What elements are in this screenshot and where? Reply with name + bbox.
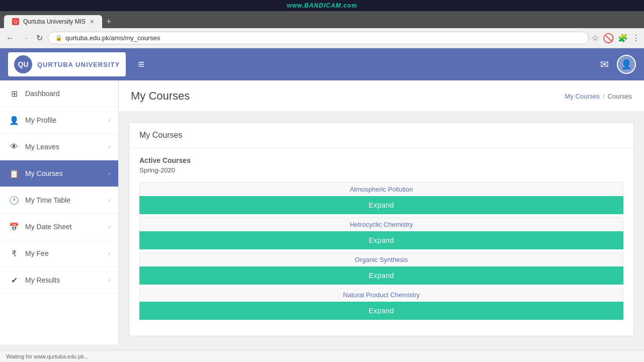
course-item-2: Organic Synthesis Expand xyxy=(139,252,623,285)
course-expand-btn-1[interactable]: Expand xyxy=(139,231,623,249)
course-name-3: Natural Product Chemistry xyxy=(139,288,623,302)
status-bar: Waiting for www.qurtuba.edu.pk... xyxy=(0,350,644,362)
sidebar-item-my-time-table[interactable]: 🕐 My Time Table › xyxy=(0,187,118,214)
sidebar-chevron-my-profile: › xyxy=(108,117,110,124)
top-navbar: QU QURTUBA UNIVERSITY ≡ ✉ 👤 xyxy=(0,48,644,80)
sidebar-label-my-leaves: My Leaves xyxy=(25,143,108,151)
back-button[interactable]: ← xyxy=(4,32,16,45)
app-container: QU QURTUBA UNIVERSITY ≡ ✉ 👤 ⊞ Dashboard … xyxy=(0,48,644,344)
lock-icon: 🔒 xyxy=(55,35,62,41)
sidebar-item-my-profile[interactable]: 👤 My Profile › xyxy=(0,107,118,134)
sidebar-icon-my-time-table: 🕐 xyxy=(8,194,20,206)
brand-initials: QU xyxy=(18,60,29,68)
breadcrumb: My Courses / Courses xyxy=(565,93,632,100)
sidebar-chevron-my-courses: › xyxy=(108,170,110,177)
bandicam-watermark: www.BANDICAM.com xyxy=(0,0,644,11)
bandicam-text: www.BANDICAM.com xyxy=(287,2,357,9)
sidebar-item-my-fee[interactable]: ₹ My Fee › xyxy=(0,240,118,267)
breadcrumb-current: Courses xyxy=(608,93,632,100)
sidebar-icon-my-courses: 📋 xyxy=(8,167,20,179)
sidebar-label-my-courses: My Courses xyxy=(25,169,108,177)
sidebar-item-dashboard[interactable]: ⊞ Dashboard xyxy=(0,80,118,107)
hamburger-button[interactable]: ≡ xyxy=(134,56,148,73)
mail-button[interactable]: ✉ xyxy=(600,58,609,70)
courses-card: My Courses Active Courses Spring-2020 At… xyxy=(129,122,634,336)
sidebar-chevron-my-fee: › xyxy=(108,250,110,257)
sidebar-icon-dashboard: ⊞ xyxy=(8,87,20,100)
sidebar-label-my-profile: My Profile xyxy=(25,116,108,124)
course-expand-btn-0[interactable]: Expand xyxy=(139,196,623,214)
sidebar-label-dashboard: Dashboard xyxy=(25,89,110,98)
course-expand-btn-3[interactable]: Expand xyxy=(139,302,623,320)
semester-label: Spring-2020 xyxy=(139,166,623,174)
profile-button[interactable]: 🚫 xyxy=(603,33,614,44)
courses-section: Active Courses Spring-2020 Atmospheric P… xyxy=(139,156,623,320)
forward-button[interactable]: → xyxy=(19,32,31,45)
active-courses-label: Active Courses xyxy=(139,156,623,164)
sidebar: ⊞ Dashboard 👤 My Profile › 👁 My Leaves ›… xyxy=(0,80,119,344)
sidebar-label-my-time-table: My Time Table xyxy=(25,196,108,204)
course-name-0: Atmospheric Pollution xyxy=(139,182,623,196)
menu-button[interactable]: ⋮ xyxy=(632,33,640,43)
sidebar-icon-my-date-sheet: 📅 xyxy=(8,221,20,233)
toolbar-icons: ☆ 🚫 🧩 ⋮ xyxy=(592,33,640,44)
breadcrumb-separator: / xyxy=(603,93,605,100)
sidebar-label-my-date-sheet: My Date Sheet xyxy=(25,223,108,231)
sidebar-icon-my-leaves: 👁 xyxy=(8,141,20,153)
course-item-0: Atmospheric Pollution Expand xyxy=(139,182,623,214)
brand-logo: QU xyxy=(14,55,32,73)
navbar-right: ✉ 👤 xyxy=(600,55,636,74)
sidebar-chevron-my-time-table: › xyxy=(108,197,110,204)
sidebar-chevron-my-date-sheet: › xyxy=(108,223,110,230)
tab-bar: Q Qurtuba University MIS ✕ + xyxy=(0,11,644,28)
bookmark-button[interactable]: ☆ xyxy=(592,33,599,43)
page-title: My Courses xyxy=(131,89,190,103)
address-bar-row: ← → ↻ 🔒 qurtuba.edu.pk/ams/my_courses ☆ … xyxy=(0,28,644,48)
new-tab-button[interactable]: + xyxy=(102,17,116,27)
card-body: Active Courses Spring-2020 Atmospheric P… xyxy=(129,148,633,336)
tab-title: Qurtuba University MIS xyxy=(23,18,86,25)
main-area: ⊞ Dashboard 👤 My Profile › 👁 My Leaves ›… xyxy=(0,80,644,344)
sidebar-chevron-my-leaves: › xyxy=(108,143,110,150)
course-item-1: Hetrocyclic Chemistry Expand xyxy=(139,217,623,249)
course-item-3: Natural Product Chemistry Expand xyxy=(139,288,623,320)
active-tab[interactable]: Q Qurtuba University MIS ✕ xyxy=(4,15,102,28)
page-header: My Courses My Courses / Courses xyxy=(119,80,644,112)
extensions-button[interactable]: 🧩 xyxy=(618,33,628,43)
url-text: qurtuba.edu.pk/ams/my_courses xyxy=(65,34,581,42)
tab-close-button[interactable]: ✕ xyxy=(90,19,94,25)
status-text: Waiting for www.qurtuba.edu.pk... xyxy=(6,353,89,359)
course-name-2: Organic Synthesis xyxy=(139,252,623,266)
reload-button[interactable]: ↻ xyxy=(34,31,45,45)
course-expand-btn-2[interactable]: Expand xyxy=(139,266,623,285)
brand-area: QU QURTUBA UNIVERSITY xyxy=(8,52,126,76)
sidebar-label-my-fee: My Fee xyxy=(25,249,108,257)
tab-favicon: Q xyxy=(12,18,19,25)
course-name-1: Hetrocyclic Chemistry xyxy=(139,217,623,231)
brand-name: QURTUBA UNIVERSITY xyxy=(37,61,120,68)
courses-list: Atmospheric Pollution Expand Hetrocyclic… xyxy=(139,182,623,320)
address-box[interactable]: 🔒 qurtuba.edu.pk/ams/my_courses xyxy=(48,32,589,44)
sidebar-icon-my-fee: ₹ xyxy=(8,247,20,259)
breadcrumb-parent[interactable]: My Courses xyxy=(565,93,600,100)
card-header: My Courses xyxy=(129,123,633,148)
sidebar-item-my-leaves[interactable]: 👁 My Leaves › xyxy=(0,134,118,160)
sidebar-item-my-date-sheet[interactable]: 📅 My Date Sheet › xyxy=(0,214,118,240)
sidebar-label-my-results: My Results xyxy=(25,276,108,284)
sidebar-chevron-my-results: › xyxy=(108,277,110,284)
sidebar-icon-my-profile: 👤 xyxy=(8,114,20,126)
sidebar-item-my-results[interactable]: ✔ My Results › xyxy=(0,267,118,294)
sidebar-item-my-courses[interactable]: 📋 My Courses › xyxy=(0,160,118,187)
avatar[interactable]: 👤 xyxy=(617,55,636,74)
page-content: My Courses My Courses / Courses My Cours… xyxy=(119,80,644,344)
sidebar-icon-my-results: ✔ xyxy=(8,274,20,286)
